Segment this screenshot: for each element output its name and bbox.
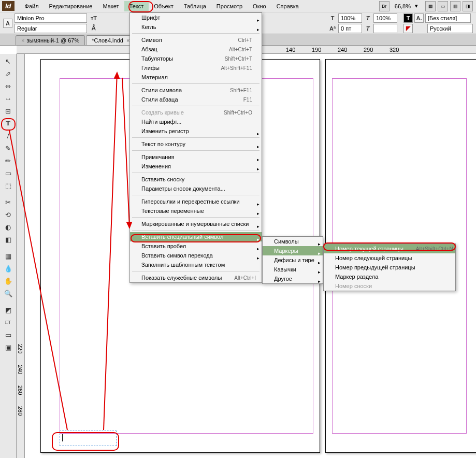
language-field[interactable] xyxy=(427,24,473,33)
tab-label: зымянный-1 @ 67% xyxy=(26,37,79,44)
font-style-field[interactable] xyxy=(15,24,87,33)
menu-file[interactable]: Файл xyxy=(20,1,44,11)
charstyle-icon[interactable]: A. xyxy=(414,13,424,23)
preview-icon[interactable]: ▣ xyxy=(3,341,14,353)
note-tool[interactable]: ▦ xyxy=(3,250,14,262)
direct-select-tool[interactable]: ⬀ xyxy=(3,68,14,79)
menu-item[interactable]: Символы xyxy=(263,237,323,246)
tools-panel: ↖ ⬀ ⇔ ↔ ⊞ T / ✎ ✏ ▭ ⬚ ✂ ⟲ ◐ ◧ ▦ 💧 ✋ 🔍 ◩ … xyxy=(0,54,17,458)
eyedropper-tool[interactable]: 💧 xyxy=(3,263,14,274)
menu-item[interactable]: Маркеры xyxy=(263,246,323,255)
menu-item[interactable]: Изменить регистр xyxy=(130,126,262,136)
vscale-icon: T xyxy=(363,13,372,23)
hand-tool[interactable]: ✋ xyxy=(3,275,14,287)
workspace-icon[interactable]: ◨ xyxy=(463,1,473,11)
menu-item[interactable]: Вставить пробел xyxy=(130,241,262,251)
line-tool[interactable]: / xyxy=(3,130,14,141)
bridge-icon[interactable]: Br xyxy=(379,1,390,11)
document-tab[interactable]: *Слов4.indd× xyxy=(86,35,135,45)
menu-item[interactable]: Вставить символ перехода xyxy=(130,251,262,260)
font-family-field[interactable] xyxy=(15,13,87,23)
document-tab[interactable]: ×зымянный-1 @ 67% xyxy=(16,35,85,45)
charstyle-field[interactable] xyxy=(425,13,471,23)
font-size-icon: тТ xyxy=(89,13,98,23)
zoom-dropdown-icon[interactable]: ▾ xyxy=(415,3,418,9)
menu-edit[interactable]: Редактирование xyxy=(44,1,98,11)
transform-tool[interactable]: ⟲ xyxy=(3,209,14,220)
stroke-icon[interactable]: ◤ xyxy=(403,24,413,33)
swatch-tool[interactable]: ◧ xyxy=(3,234,14,245)
apply-color-icon[interactable]: □T xyxy=(3,317,14,328)
gap-tool[interactable]: ↔ xyxy=(3,93,14,104)
leading-icon: А̂ xyxy=(89,24,98,33)
menu-item[interactable]: Кегль xyxy=(130,22,262,32)
page-tool[interactable]: ⇔ xyxy=(3,80,14,92)
type-tool[interactable]: T xyxy=(3,118,14,129)
menu-item: Номер сноски xyxy=(324,281,455,291)
menu-item[interactable]: Номер текущей страницыAlt+Shift+Ctrl+N xyxy=(324,244,455,253)
menu-text[interactable]: Текст xyxy=(124,1,149,11)
menu-item[interactable]: Номер предыдущей страницы xyxy=(324,263,455,272)
menu-item[interactable]: Вставить специальный символ xyxy=(130,232,262,241)
frame-tool[interactable]: ▭ xyxy=(3,167,14,179)
baseline-icon: Aª xyxy=(328,24,337,33)
menu-object[interactable]: Объект xyxy=(149,1,178,11)
menu-item[interactable]: Маркер раздела xyxy=(324,272,455,281)
content-tool[interactable]: ⊞ xyxy=(3,105,14,117)
text-frame[interactable] xyxy=(60,431,117,446)
menu-help[interactable]: Справка xyxy=(271,1,304,11)
pencil-tool[interactable]: ✏ xyxy=(3,155,14,166)
menu-item[interactable]: Найти шрифт... xyxy=(130,117,262,126)
menu-item[interactable]: Текстовые переменные xyxy=(130,206,262,216)
markers-submenu: Номер текущей страницыAlt+Shift+Ctrl+NНо… xyxy=(323,244,456,291)
menu-item[interactable]: Стили символаShift+F11 xyxy=(130,85,262,95)
menu-item[interactable]: Показать служебные символыAlt+Ctrl+I xyxy=(130,273,262,282)
rectangle-tool[interactable]: ⬚ xyxy=(3,180,14,191)
menu-table[interactable]: Таблица xyxy=(179,1,211,11)
menu-item[interactable]: АбзацAlt+Ctrl+T xyxy=(130,45,262,54)
menu-item[interactable]: Маркированные и нумерованные списки xyxy=(130,219,262,228)
menu-item[interactable]: Дефисы и тире xyxy=(263,255,323,265)
app-logo: Id xyxy=(2,1,15,11)
skew-field[interactable] xyxy=(373,24,397,33)
menu-item[interactable]: Параметры сносок документа... xyxy=(130,184,262,193)
fill-icon[interactable]: T xyxy=(403,13,413,23)
hscale-field[interactable] xyxy=(338,13,362,23)
menu-item[interactable]: Другое xyxy=(263,274,323,283)
fill-stroke-icon[interactable]: ◩ xyxy=(3,304,14,316)
screen-mode-icon[interactable]: ▭ xyxy=(438,1,448,11)
pen-tool[interactable]: ✎ xyxy=(3,142,14,154)
scissors-tool[interactable]: ✂ xyxy=(3,196,14,208)
normal-view-icon[interactable]: ▭ xyxy=(3,329,14,340)
ruler-vertical[interactable]: 220 240 260 280 xyxy=(17,54,25,458)
text-cursor xyxy=(62,434,63,441)
menu-item[interactable]: Текст по контуру xyxy=(130,139,262,149)
selection-tool[interactable]: ↖ xyxy=(3,55,14,67)
menu-item[interactable]: Номер следующей страницы xyxy=(324,253,455,263)
menu-item[interactable]: Примечания xyxy=(130,152,262,162)
vscale-field[interactable] xyxy=(373,13,397,23)
menu-item[interactable]: Материал xyxy=(130,73,262,82)
menu-item[interactable]: СимволCtrl+T xyxy=(130,35,262,45)
menu-window[interactable]: Окно xyxy=(248,1,271,11)
zoom-tool[interactable]: 🔍 xyxy=(3,288,14,299)
menu-layout[interactable]: Макет xyxy=(97,1,124,11)
menu-view[interactable]: Просмотр xyxy=(211,1,248,11)
menu-item[interactable]: Стили абзацаF11 xyxy=(130,95,262,104)
skew-icon: T xyxy=(363,24,372,33)
menu-item[interactable]: Гиперссылки и перекрестные ссылки xyxy=(130,197,262,206)
baseline-field[interactable] xyxy=(338,24,362,33)
menu-item[interactable]: Шрифт xyxy=(130,13,262,22)
char-format-icon[interactable]: A xyxy=(3,19,12,28)
menu-item[interactable]: Изменения xyxy=(130,162,262,171)
menu-item[interactable]: Заполнить шаблонным текстом xyxy=(130,260,262,269)
menu-item[interactable]: Вставить сноску xyxy=(130,175,262,184)
menu-item[interactable]: ТабуляторыShift+Ctrl+T xyxy=(130,54,262,63)
zoom-field[interactable]: 66,8% xyxy=(395,3,411,9)
menu-item[interactable]: Кавычки xyxy=(263,265,323,274)
gradient-tool[interactable]: ◐ xyxy=(3,221,14,233)
tab-label: *Слов4.indd xyxy=(92,37,123,44)
view-option-icon[interactable]: ▦ xyxy=(425,1,436,11)
arrange-icon[interactable]: ▥ xyxy=(450,1,460,11)
menu-item[interactable]: ГлифыAlt+Shift+F11 xyxy=(130,63,262,73)
